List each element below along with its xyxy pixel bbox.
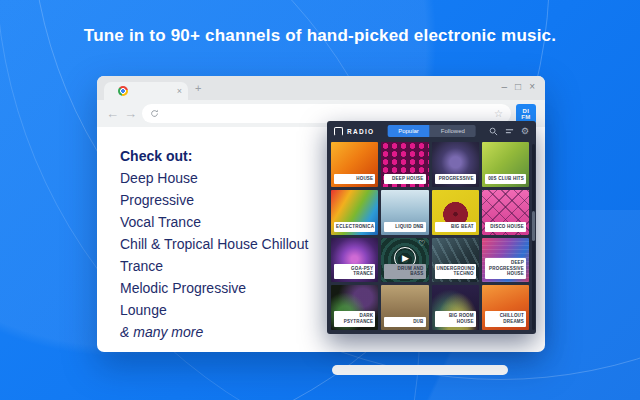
popup-header-icons: ⚙ [489, 127, 529, 136]
channel-tile[interactable]: DUB [381, 285, 428, 330]
play-icon: ▶ [402, 254, 409, 263]
channel-tile-label: ECLECTRONICA [334, 222, 375, 232]
minimize-button[interactable]: – [502, 80, 508, 94]
channel-list-item: Lounge [120, 299, 308, 321]
bookmark-star-icon[interactable]: ☆ [494, 109, 503, 119]
channel-tile-label: DARK PSYTRANCE [334, 311, 375, 327]
popup-scrollbar-thumb[interactable] [532, 211, 535, 241]
channel-tile[interactable]: 00s CLUB HITS [482, 142, 529, 187]
channel-tile-label: HOUSE [334, 174, 375, 184]
channel-tile-label: CHILLOUT DREAMS [485, 311, 526, 327]
channel-tile[interactable]: DISCO HOUSE [482, 190, 529, 235]
channel-tile[interactable]: DEEP HOUSE [381, 142, 428, 187]
chrome-favicon-icon [118, 86, 128, 96]
reload-icon[interactable] [150, 109, 159, 118]
channel-tile[interactable]: DARK PSYTRANCE [331, 285, 378, 330]
settings-gear-icon[interactable]: ⚙ [521, 127, 529, 136]
popup-header: RADIO Popular Followed ⚙ [327, 121, 536, 142]
tab-popular[interactable]: Popular [387, 125, 430, 137]
channel-tile[interactable]: PROGRESSIVE [432, 142, 479, 187]
channel-tile-label: LIQUID DNB [384, 222, 425, 232]
radio-popup: RADIO Popular Followed ⚙ HOUSEDEEP HOUSE… [327, 121, 536, 334]
channel-list-item: Deep House [120, 167, 308, 189]
channel-tile[interactable]: HOUSE [331, 142, 378, 187]
new-tab-button[interactable]: + [195, 82, 201, 95]
popup-scrollbar[interactable] [532, 144, 535, 330]
channel-tile[interactable]: BIG BEAT [432, 190, 479, 235]
channel-tile[interactable]: GOA-PSY TRANCE [331, 238, 378, 283]
channel-list-item: Trance [120, 255, 308, 277]
channel-tile-label: PROGRESSIVE [435, 174, 476, 184]
playlist-icon[interactable] [505, 127, 514, 136]
page-inner-panel-edge [332, 365, 508, 375]
channel-list: Deep HouseProgressiveVocal TranceChill &… [120, 167, 308, 321]
channel-tile[interactable]: BIG ROOM HOUSE [432, 285, 479, 330]
extension-label-bottom: FM [521, 114, 531, 120]
headline: Tune in to 90+ channels of hand-picked e… [0, 26, 640, 46]
channel-tile-label: UNDERGROUND TECHNO [435, 264, 476, 280]
checkout-heading: Check out: [120, 145, 308, 167]
browser-tab[interactable]: × [104, 82, 188, 100]
channel-tile[interactable]: UNDERGROUND TECHNO [432, 238, 479, 283]
channel-list-item: Melodic Progressive [120, 277, 308, 299]
channel-tile[interactable]: LIQUID DNB [381, 190, 428, 235]
channel-tile-label: DISCO HOUSE [485, 222, 526, 232]
popup-title: RADIO [347, 128, 374, 135]
window-controls: – □ × [502, 80, 535, 94]
close-button[interactable]: × [529, 80, 535, 94]
channel-grid: HOUSEDEEP HOUSEPROGRESSIVE00s CLUB HITSE… [331, 142, 529, 330]
tab-followed[interactable]: Followed [430, 125, 476, 137]
channel-tile-label: 00s CLUB HITS [485, 174, 526, 184]
channel-tile[interactable]: CHILLOUT DREAMS [482, 285, 529, 330]
maximize-button[interactable]: □ [515, 80, 521, 94]
channel-tile-label: DUB [384, 317, 425, 327]
channel-tile-label: DEEP PROGRESSIVE HOUSE [485, 258, 526, 280]
channel-tile[interactable]: ♡▶ DRUM AND BASS [381, 238, 428, 283]
favorite-heart-icon[interactable]: ♡ [418, 240, 425, 248]
channel-tile-label: DEEP HOUSE [384, 174, 425, 184]
channel-list-item: Chill & Tropical House Chillout [120, 233, 308, 255]
forward-button[interactable]: → [124, 107, 137, 120]
tab-close-icon[interactable]: × [177, 85, 182, 97]
channel-tile-label: BIG ROOM HOUSE [435, 311, 476, 327]
popup-tabs: Popular Followed [387, 125, 476, 137]
search-icon[interactable] [489, 127, 498, 136]
channel-list-item: Vocal Trance [120, 211, 308, 233]
channel-tile-label: BIG BEAT [435, 222, 476, 232]
browser-titlebar: × + – □ × [97, 76, 545, 100]
back-button[interactable]: ← [106, 107, 119, 120]
checkout-footer: & many more [120, 321, 308, 343]
channel-list-item: Progressive [120, 189, 308, 211]
difm-logo-icon [334, 127, 343, 136]
checkout-list: Check out: Deep HouseProgressiveVocal Tr… [120, 145, 308, 343]
channel-tile-label: GOA-PSY TRANCE [334, 264, 375, 280]
channel-tile[interactable]: ECLECTRONICA [331, 190, 378, 235]
channel-tile-label: DRUM AND BASS [384, 264, 425, 280]
channel-tile[interactable]: DEEP PROGRESSIVE HOUSE [482, 238, 529, 283]
